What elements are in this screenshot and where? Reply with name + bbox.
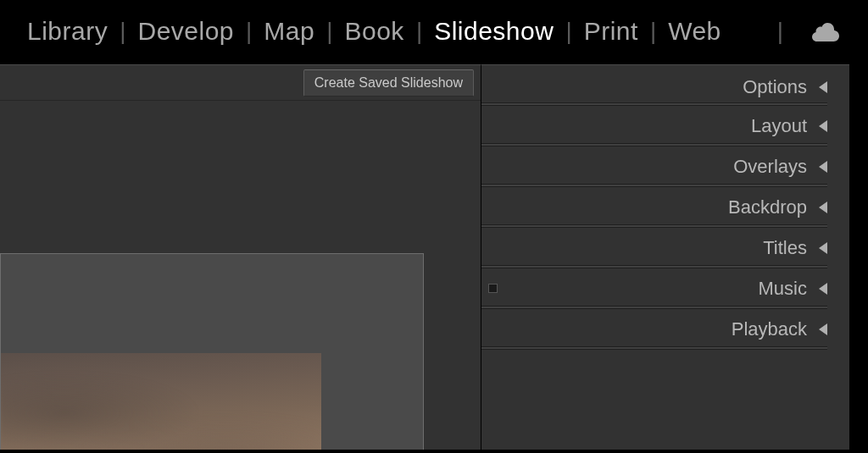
panel-overlays[interactable]: Overlays (481, 146, 827, 187)
slide-preview-image (1, 353, 321, 450)
cloud-sync-icon[interactable] (810, 21, 841, 41)
preview-toolbar: Create Saved Slideshow (0, 65, 481, 101)
nav-separator: | (565, 18, 571, 45)
triangle-left-icon (819, 323, 827, 335)
panel-label: Playback (732, 318, 807, 340)
panel-label: Titles (763, 237, 807, 259)
create-saved-slideshow-button[interactable]: Create Saved Slideshow (303, 69, 474, 97)
nav-separator: | (326, 18, 332, 45)
triangle-left-icon (819, 161, 827, 173)
nav-separator: | (777, 18, 783, 45)
triangle-left-icon (819, 283, 827, 295)
right-edge-gutter (849, 64, 868, 450)
nav-web[interactable]: Web (668, 17, 721, 46)
triangle-left-icon (819, 202, 827, 213)
panel-label: Layout (751, 115, 807, 137)
nav-separator: | (416, 18, 422, 45)
panel-label: Options (743, 76, 807, 98)
workspace: Create Saved Slideshow Options Layout Ov… (0, 64, 868, 450)
nav-slideshow[interactable]: Slideshow (434, 17, 554, 46)
nav-separator: | (246, 18, 252, 45)
slide-canvas (0, 253, 424, 450)
nav-separator: | (120, 18, 125, 45)
panel-label: Backdrop (728, 196, 807, 218)
music-enable-checkbox[interactable] (488, 284, 498, 293)
nav-book[interactable]: Book (344, 17, 403, 46)
panel-backdrop[interactable]: Backdrop (481, 187, 827, 228)
triangle-left-icon (819, 242, 827, 254)
right-panel: Options Layout Overlays Backdrop Titles … (481, 64, 849, 450)
panel-label: Music (759, 278, 807, 300)
panel-music[interactable]: Music (481, 268, 827, 309)
module-nav: Library | Develop | Map | Book | Slidesh… (0, 0, 868, 64)
panel-options[interactable]: Options (481, 69, 827, 106)
preview-area: Create Saved Slideshow (0, 64, 481, 450)
panel-label: Overlays (733, 156, 807, 178)
panel-playback[interactable]: Playback (481, 309, 827, 350)
panel-titles[interactable]: Titles (481, 228, 827, 268)
triangle-left-icon (819, 120, 827, 132)
panel-layout[interactable]: Layout (481, 106, 827, 146)
nav-print[interactable]: Print (584, 17, 638, 46)
nav-separator: | (650, 18, 656, 45)
slide-frame (0, 253, 424, 450)
nav-develop[interactable]: Develop (137, 17, 234, 46)
nav-library[interactable]: Library (27, 17, 108, 46)
nav-map[interactable]: Map (264, 17, 314, 46)
triangle-left-icon (819, 81, 827, 93)
